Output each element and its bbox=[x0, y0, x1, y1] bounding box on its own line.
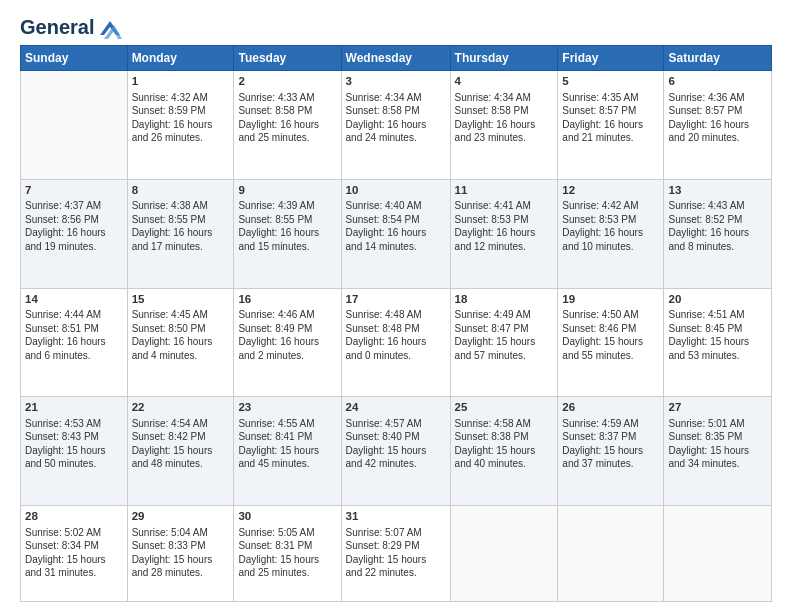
day-info: Daylight: 16 hours bbox=[132, 335, 230, 349]
calendar-cell: 17Sunrise: 4:48 AMSunset: 8:48 PMDayligh… bbox=[341, 288, 450, 397]
calendar-cell: 29Sunrise: 5:04 AMSunset: 8:33 PMDayligh… bbox=[127, 506, 234, 602]
day-info: Sunrise: 5:02 AM bbox=[25, 526, 123, 540]
day-info: Daylight: 16 hours bbox=[562, 118, 659, 132]
calendar-table: SundayMondayTuesdayWednesdayThursdayFrid… bbox=[20, 45, 772, 602]
day-info: Sunrise: 4:58 AM bbox=[455, 417, 554, 431]
day-info: Sunrise: 4:45 AM bbox=[132, 308, 230, 322]
day-info: and 40 minutes. bbox=[455, 457, 554, 471]
day-number: 6 bbox=[668, 74, 767, 90]
day-number: 23 bbox=[238, 400, 336, 416]
day-info: Sunrise: 4:57 AM bbox=[346, 417, 446, 431]
day-info: Sunrise: 5:01 AM bbox=[668, 417, 767, 431]
calendar-cell: 20Sunrise: 4:51 AMSunset: 8:45 PMDayligh… bbox=[664, 288, 772, 397]
day-info: Sunrise: 4:39 AM bbox=[238, 199, 336, 213]
calendar-cell: 22Sunrise: 4:54 AMSunset: 8:42 PMDayligh… bbox=[127, 397, 234, 506]
calendar-week-row: 1Sunrise: 4:32 AMSunset: 8:59 PMDaylight… bbox=[21, 71, 772, 180]
day-number: 5 bbox=[562, 74, 659, 90]
day-info: Daylight: 15 hours bbox=[455, 335, 554, 349]
day-info: Sunset: 8:51 PM bbox=[25, 322, 123, 336]
day-info: Daylight: 15 hours bbox=[562, 335, 659, 349]
day-info: Sunrise: 4:36 AM bbox=[668, 91, 767, 105]
day-info: and 15 minutes. bbox=[238, 240, 336, 254]
calendar-header-row: SundayMondayTuesdayWednesdayThursdayFrid… bbox=[21, 46, 772, 71]
day-info: Daylight: 16 hours bbox=[455, 226, 554, 240]
day-info: Daylight: 16 hours bbox=[668, 118, 767, 132]
day-info: Sunrise: 5:07 AM bbox=[346, 526, 446, 540]
calendar-cell: 11Sunrise: 4:41 AMSunset: 8:53 PMDayligh… bbox=[450, 179, 558, 288]
day-info: and 22 minutes. bbox=[346, 566, 446, 580]
day-info: and 55 minutes. bbox=[562, 349, 659, 363]
day-info: and 8 minutes. bbox=[668, 240, 767, 254]
day-info: Sunset: 8:40 PM bbox=[346, 430, 446, 444]
calendar-cell: 3Sunrise: 4:34 AMSunset: 8:58 PMDaylight… bbox=[341, 71, 450, 180]
calendar-header-wednesday: Wednesday bbox=[341, 46, 450, 71]
day-info: Sunset: 8:41 PM bbox=[238, 430, 336, 444]
day-number: 27 bbox=[668, 400, 767, 416]
day-info: Sunset: 8:34 PM bbox=[25, 539, 123, 553]
day-info: and 45 minutes. bbox=[238, 457, 336, 471]
calendar-cell: 28Sunrise: 5:02 AMSunset: 8:34 PMDayligh… bbox=[21, 506, 128, 602]
calendar-cell: 5Sunrise: 4:35 AMSunset: 8:57 PMDaylight… bbox=[558, 71, 664, 180]
day-info: Daylight: 15 hours bbox=[132, 444, 230, 458]
calendar-cell: 19Sunrise: 4:50 AMSunset: 8:46 PMDayligh… bbox=[558, 288, 664, 397]
calendar-cell bbox=[664, 506, 772, 602]
day-info: Sunset: 8:48 PM bbox=[346, 322, 446, 336]
page: General SundayMondayTuesdayWednesdayThur… bbox=[0, 0, 792, 612]
day-info: Daylight: 15 hours bbox=[238, 444, 336, 458]
calendar-cell: 15Sunrise: 4:45 AMSunset: 8:50 PMDayligh… bbox=[127, 288, 234, 397]
day-info: Daylight: 16 hours bbox=[25, 335, 123, 349]
day-info: and 21 minutes. bbox=[562, 131, 659, 145]
day-info: Sunrise: 4:41 AM bbox=[455, 199, 554, 213]
day-info: Sunrise: 4:33 AM bbox=[238, 91, 336, 105]
calendar-cell: 12Sunrise: 4:42 AMSunset: 8:53 PMDayligh… bbox=[558, 179, 664, 288]
day-info: Sunrise: 4:50 AM bbox=[562, 308, 659, 322]
day-info: and 17 minutes. bbox=[132, 240, 230, 254]
day-info: and 25 minutes. bbox=[238, 131, 336, 145]
day-info: and 50 minutes. bbox=[25, 457, 123, 471]
day-number: 13 bbox=[668, 183, 767, 199]
day-number: 29 bbox=[132, 509, 230, 525]
calendar-cell: 16Sunrise: 4:46 AMSunset: 8:49 PMDayligh… bbox=[234, 288, 341, 397]
day-number: 11 bbox=[455, 183, 554, 199]
day-number: 12 bbox=[562, 183, 659, 199]
day-info: Sunrise: 4:34 AM bbox=[455, 91, 554, 105]
day-info: and 12 minutes. bbox=[455, 240, 554, 254]
day-info: Sunset: 8:53 PM bbox=[562, 213, 659, 227]
logo-icon bbox=[96, 17, 124, 39]
day-number: 18 bbox=[455, 292, 554, 308]
day-info: Sunset: 8:49 PM bbox=[238, 322, 336, 336]
day-info: Daylight: 16 hours bbox=[132, 226, 230, 240]
calendar-week-row: 21Sunrise: 4:53 AMSunset: 8:43 PMDayligh… bbox=[21, 397, 772, 506]
calendar-week-row: 14Sunrise: 4:44 AMSunset: 8:51 PMDayligh… bbox=[21, 288, 772, 397]
day-number: 15 bbox=[132, 292, 230, 308]
day-info: and 10 minutes. bbox=[562, 240, 659, 254]
calendar-cell: 24Sunrise: 4:57 AMSunset: 8:40 PMDayligh… bbox=[341, 397, 450, 506]
day-info: and 34 minutes. bbox=[668, 457, 767, 471]
calendar-cell bbox=[558, 506, 664, 602]
day-number: 1 bbox=[132, 74, 230, 90]
calendar-cell: 7Sunrise: 4:37 AMSunset: 8:56 PMDaylight… bbox=[21, 179, 128, 288]
day-number: 7 bbox=[25, 183, 123, 199]
day-info: and 48 minutes. bbox=[132, 457, 230, 471]
day-info: Sunset: 8:55 PM bbox=[238, 213, 336, 227]
logo: General bbox=[20, 16, 124, 35]
day-info: Sunset: 8:57 PM bbox=[562, 104, 659, 118]
day-number: 3 bbox=[346, 74, 446, 90]
day-info: and 2 minutes. bbox=[238, 349, 336, 363]
calendar-header-saturday: Saturday bbox=[664, 46, 772, 71]
calendar-cell: 30Sunrise: 5:05 AMSunset: 8:31 PMDayligh… bbox=[234, 506, 341, 602]
day-number: 9 bbox=[238, 183, 336, 199]
calendar-header-thursday: Thursday bbox=[450, 46, 558, 71]
day-info: and 6 minutes. bbox=[25, 349, 123, 363]
calendar-cell bbox=[21, 71, 128, 180]
day-info: Daylight: 16 hours bbox=[132, 118, 230, 132]
calendar-header-sunday: Sunday bbox=[21, 46, 128, 71]
calendar-cell: 9Sunrise: 4:39 AMSunset: 8:55 PMDaylight… bbox=[234, 179, 341, 288]
day-info: and 20 minutes. bbox=[668, 131, 767, 145]
day-info: Sunset: 8:38 PM bbox=[455, 430, 554, 444]
day-info: Daylight: 15 hours bbox=[668, 444, 767, 458]
day-info: and 19 minutes. bbox=[25, 240, 123, 254]
calendar-cell: 14Sunrise: 4:44 AMSunset: 8:51 PMDayligh… bbox=[21, 288, 128, 397]
day-info: and 42 minutes. bbox=[346, 457, 446, 471]
day-info: and 28 minutes. bbox=[132, 566, 230, 580]
